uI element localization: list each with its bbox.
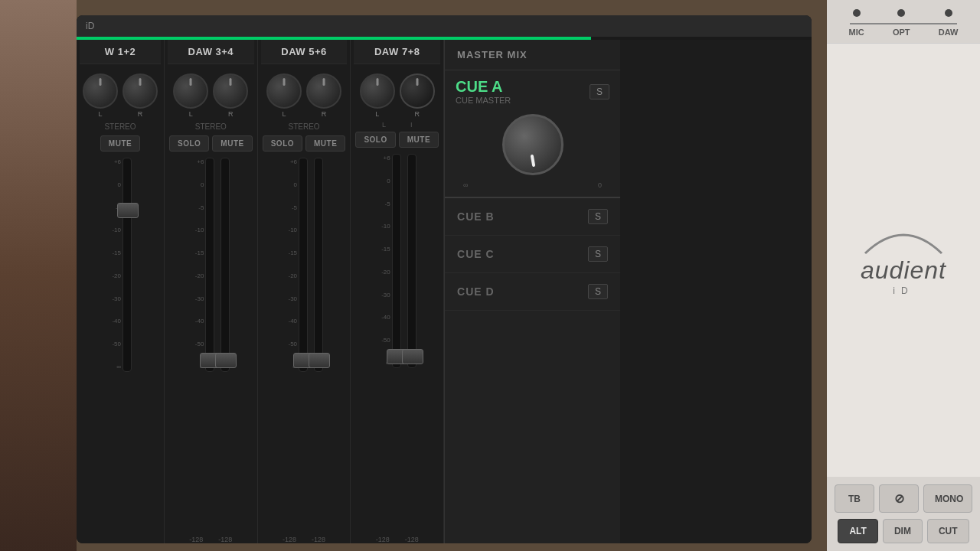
cue-a-s-button[interactable]: S — [590, 84, 609, 99]
knob-1l[interactable] — [83, 73, 118, 109]
main-content: W 1+2 L R STEREO MUTE — [77, 40, 812, 543]
channel-1-fader-handle[interactable] — [117, 203, 139, 218]
channel-4-header: DAW 7+8 — [354, 40, 440, 64]
cue-a-title: CUE A — [456, 78, 511, 96]
channel-4r-fader-scale-wrap — [404, 154, 416, 368]
audient-panel: MIC OPT DAW audient iD TB ⊘ MONO — [827, 0, 980, 551]
cue-master-knob-wrap — [456, 108, 609, 181]
audient-logo-area: audient iD — [858, 44, 949, 477]
channel-1-stereo: STEREO — [80, 121, 161, 132]
channel-1-fader-scale: +6 0 -5 -10 -15 -20 -30 -40 -50 ∞ — [109, 158, 121, 372]
channel-1-header: W 1+2 — [80, 40, 161, 64]
knob-3l[interactable] — [266, 73, 302, 109]
daw-label: DAW — [939, 28, 959, 37]
channel-4-val-r: -128 — [405, 536, 419, 543]
channel-3-stereo: STEREO — [261, 121, 348, 132]
knob-wrap-3l: L — [266, 73, 302, 118]
cue-b-label: CUE B — [457, 210, 495, 223]
knob-wrap-2l: L — [173, 73, 208, 118]
channel-4l-fader-track[interactable] — [392, 154, 401, 368]
audient-id: iD — [858, 285, 949, 296]
knob-1r[interactable] — [122, 73, 158, 109]
source-daw: DAW — [939, 9, 959, 37]
tb-button[interactable]: TB — [835, 484, 874, 513]
opt-dot[interactable] — [897, 9, 905, 17]
channel-4-val-l: -128 — [376, 536, 390, 543]
knob-wrap-2r: R — [213, 73, 248, 118]
channel-1: W 1+2 L R STEREO MUTE — [77, 40, 165, 543]
cue-master-knob[interactable] — [502, 114, 564, 175]
cue-b-section: CUE B S — [445, 198, 620, 236]
master-mix-header: MASTER MIX — [445, 40, 620, 70]
mixer-area: W 1+2 L R STEREO MUTE — [77, 40, 812, 543]
source-mic: MIC — [849, 9, 864, 37]
cue-knob-scale: ∞ 0 — [456, 181, 609, 189]
channels-container: W 1+2 L R STEREO MUTE — [77, 40, 812, 543]
knob-wrap-1l: L — [83, 73, 118, 118]
right-panel: MASTER MIX CUE A CUE MASTER S — [444, 40, 620, 543]
cue-a-section: CUE A CUE MASTER S ∞ 0 — [445, 70, 620, 198]
knob-3r[interactable] — [306, 73, 341, 109]
channel-2-val-r: -128 — [218, 536, 232, 543]
channel-2-val-l: -128 — [189, 536, 203, 543]
channel-4r-fader-handle[interactable] — [402, 349, 423, 364]
channel-4: DAW 7+8 L R L I — [351, 40, 444, 543]
channel-1-knobs: L R — [80, 64, 161, 121]
channel-1-fader-area: +6 0 -5 -10 -15 -20 -30 -40 -50 ∞ — [107, 155, 133, 543]
channel-4-fader-scale-wrap: +6 0 -5 -10 -15 -20 -30 -40 -50 ∞ — [378, 154, 401, 368]
channel-2-solo[interactable]: SOLO — [169, 135, 209, 152]
audient-logo: audient iD — [858, 224, 949, 296]
channel-2r-fader-track[interactable] — [220, 158, 230, 372]
channel-3-fader-scale: +6 0 -5 -10 -15 -20 -30 -40 -50 ∞ — [285, 158, 297, 372]
channel-2-buttons: SOLO MUTE — [168, 132, 254, 155]
knob-2r[interactable] — [213, 73, 248, 109]
audient-arc-svg — [858, 224, 949, 255]
cue-c-section: CUE C S — [445, 236, 620, 273]
channel-3l-fader-track[interactable] — [299, 158, 308, 372]
source-opt: OPT — [893, 9, 910, 37]
channel-4-solo[interactable]: SOLO — [355, 132, 395, 148]
channel-2-mute[interactable]: MUTE — [212, 135, 252, 152]
channel-1-fader-with-scale: +6 0 -5 -10 -15 -20 -30 -40 -50 ∞ — [109, 158, 132, 372]
knob-2l[interactable] — [173, 73, 208, 109]
bottom-buttons: TB ⊘ MONO ALT DIM CUT — [827, 477, 980, 551]
channel-3-mute[interactable]: MUTE — [305, 135, 345, 152]
mic-dot[interactable] — [853, 9, 861, 17]
knob-wrap-4l: L — [360, 73, 395, 118]
channel-2r-fader-handle[interactable] — [215, 353, 237, 368]
channel-1-mute[interactable]: MUTE — [100, 135, 140, 152]
knob-4r[interactable] — [400, 73, 435, 109]
channel-3-val-r: -128 — [312, 536, 325, 543]
channel-2: DAW 3+4 L R STEREO SOLO — [165, 40, 258, 543]
cue-d-label: CUE D — [457, 285, 495, 298]
channel-2l-fader-track[interactable] — [205, 158, 214, 372]
cue-b-s-button[interactable]: S — [588, 209, 608, 224]
cue-a-header: CUE A CUE MASTER S — [456, 78, 609, 105]
channel-3-solo[interactable]: SOLO — [263, 135, 302, 152]
cut-button[interactable]: CUT — [927, 519, 969, 543]
channel-2-header: DAW 3+4 — [168, 40, 254, 64]
cue-c-s-button[interactable]: S — [588, 246, 608, 262]
daw-dot[interactable] — [945, 9, 952, 17]
channel-2-fader-area: +6 0 -5 -10 -15 -20 -30 -40 -50 ∞ — [190, 155, 231, 534]
channel-1-buttons: MUTE — [80, 132, 161, 155]
channel-2-fader-scale: +6 0 -5 -10 -15 -20 -30 -40 -50 ∞ — [191, 158, 204, 372]
cue-scale-max: 0 — [598, 181, 602, 189]
phase-button[interactable]: ⊘ — [879, 484, 919, 513]
channel-4-mute[interactable]: MUTE — [399, 132, 439, 148]
bg-left — [0, 0, 77, 551]
channel-1-fader-track[interactable] — [122, 158, 132, 372]
channel-3r-fader-track[interactable] — [314, 158, 323, 372]
channel-3r-fader-scale-wrap — [311, 158, 323, 372]
channel-3r-fader-handle[interactable] — [309, 353, 330, 368]
channel-4r-fader-track[interactable] — [407, 154, 416, 368]
dim-button[interactable]: DIM — [883, 519, 923, 543]
knob-4l[interactable] — [360, 73, 395, 109]
cue-d-s-button[interactable]: S — [588, 284, 608, 299]
channel-3-knobs: L R — [263, 64, 345, 121]
channel-3-buttons: SOLO MUTE — [261, 132, 348, 155]
alt-button[interactable]: ALT — [838, 519, 877, 543]
mono-button[interactable]: MONO — [923, 484, 972, 513]
cue-c-label: CUE C — [457, 248, 495, 260]
app-title: iD — [86, 21, 94, 31]
